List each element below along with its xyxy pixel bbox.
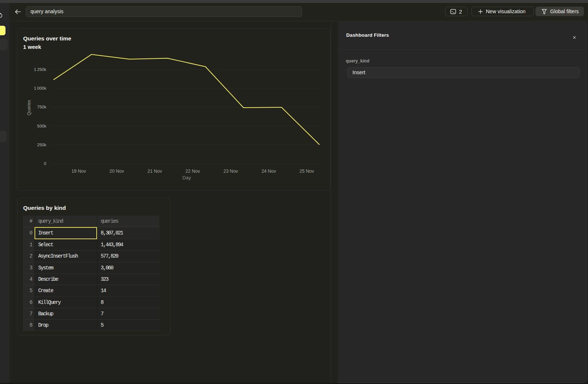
svg-text:1 250k: 1 250k xyxy=(34,67,46,72)
svg-text:20 Nov: 20 Nov xyxy=(110,169,124,174)
svg-text:24 Nov: 24 Nov xyxy=(261,169,276,174)
svg-text:Queries: Queries xyxy=(26,100,32,115)
svg-text:250k: 250k xyxy=(37,143,46,147)
svg-text:23 Nov: 23 Nov xyxy=(223,169,238,174)
svg-text:750k: 750k xyxy=(37,105,46,109)
svg-text:500k: 500k xyxy=(37,124,46,128)
svg-text:19 Nov: 19 Nov xyxy=(71,169,86,174)
svg-text:25 Nov: 25 Nov xyxy=(300,169,314,174)
svg-text:Day: Day xyxy=(182,175,191,180)
svg-text:1 000k: 1 000k xyxy=(34,86,46,90)
svg-text:0: 0 xyxy=(44,161,46,166)
svg-text:21 Nov: 21 Nov xyxy=(147,169,162,174)
svg-text:22 Nov: 22 Nov xyxy=(186,169,200,174)
